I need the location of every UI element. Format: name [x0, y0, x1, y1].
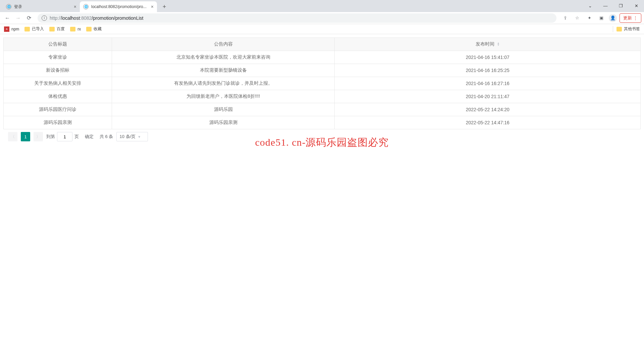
bookmark-label: 已导入 [32, 26, 44, 32]
address-bar[interactable]: i http://localhost:8082/promotion/promot… [38, 13, 556, 23]
tab-title: localhost:8082/promotion/pro... [91, 4, 148, 9]
cell-time: 2021-04-16 16:25:25 [335, 64, 641, 77]
cell-time: 2022-05-22 14:24:20 [335, 103, 641, 116]
cell-content: 北京知名专家坐诊本医院，欢迎大家前来咨询 [112, 51, 335, 64]
close-icon[interactable]: × [151, 4, 154, 9]
minimize-button[interactable]: — [598, 1, 613, 11]
cell-time: 2021-04-16 16:27:16 [335, 77, 641, 90]
close-button[interactable]: ✕ [629, 1, 644, 11]
folder-icon [616, 27, 622, 31]
col-content[interactable]: 公告内容 [112, 38, 335, 51]
next-page-button[interactable]: 〉 [34, 132, 43, 141]
bookmark-label: rx [77, 27, 81, 31]
chevron-down-icon[interactable]: ⌄ [582, 1, 598, 11]
cell-title: 体检优惠 [4, 90, 112, 103]
window-controls: ⌄ — ❐ ✕ [582, 1, 644, 11]
bookmark-label: 百度 [57, 26, 65, 32]
info-icon[interactable]: i [42, 15, 47, 21]
bookmark-label: npm [11, 27, 19, 31]
page-jump: 到第 页 [46, 132, 79, 141]
cell-title: 源码乐园亲测 [4, 116, 112, 129]
browser-tab-strip: 🌐 登录 × 🌐 localhost:8082/promotion/pro...… [0, 0, 644, 12]
chevron-down-icon: ▼ [138, 135, 141, 139]
table-row: 新设备招标本院需要新型肠镜设备2021-04-16 16:25:25 [4, 64, 641, 77]
cell-title: 关于发热病人相关安排 [4, 77, 112, 90]
page-number[interactable]: 1 [21, 132, 30, 141]
other-bookmarks-label: 其他书签 [624, 26, 640, 32]
folder-icon [86, 27, 92, 31]
prev-page-button[interactable]: 〈 [8, 132, 17, 141]
table-row: 源码乐园亲测源码乐园亲测2022-05-22 14:47:16 [4, 116, 641, 129]
sort-icon[interactable]: ▲▼ [497, 42, 500, 46]
page-input[interactable] [57, 132, 72, 141]
cell-time: 2021-04-16 15:41:07 [335, 51, 641, 64]
forward-button[interactable]: → [13, 13, 23, 23]
globe-icon: 🌐 [83, 4, 89, 9]
cell-content: 源码乐园亲测 [112, 116, 335, 129]
watermark-text: code51. cn-源码乐园盗图必究 [255, 136, 389, 147]
update-label: 更新 [623, 15, 632, 21]
npm-icon: n [4, 26, 9, 32]
cell-title: 源码乐园医疗问诊 [4, 103, 112, 116]
page-content: 公告标题 公告内容 发布时间 ▲▼ 专家坐诊北京知名专家坐诊本医院，欢迎大家前来… [0, 34, 644, 147]
url-text: http://localhost:8082/promotion/promotio… [50, 15, 143, 21]
bookmark-rx[interactable]: rx [70, 27, 81, 31]
table-row: 体检优惠为回馈新老用户，本医院体检8折!!!!2021-04-20 21:11:… [4, 90, 641, 103]
promotion-table: 公告标题 公告内容 发布时间 ▲▼ 专家坐诊北京知名专家坐诊本医院，欢迎大家前来… [3, 38, 641, 129]
per-page-label: 10 条/页 [119, 134, 136, 140]
cell-content: 源码乐园 [112, 103, 335, 116]
menu-dots-icon: ⋮ [633, 15, 638, 20]
browser-tab[interactable]: 🌐 登录 × [3, 1, 80, 12]
cell-content: 有发热病人请先到发热门诊就诊，并及时上报。 [112, 77, 335, 90]
per-page-select[interactable]: 10 条/页 ▼ [116, 132, 148, 141]
browser-nav-bar: ← → ⟳ i http://localhost:8082/promotion/… [0, 12, 644, 24]
cell-title: 新设备招标 [4, 64, 112, 77]
update-button[interactable]: 更新 ⋮ [620, 13, 641, 23]
bookmark-label: 收藏 [94, 26, 102, 32]
cell-content: 本院需要新型肠镜设备 [112, 64, 335, 77]
col-title[interactable]: 公告标题 [4, 38, 112, 51]
share-icon[interactable]: ⇪ [560, 13, 570, 23]
reload-button[interactable]: ⟳ [24, 13, 34, 23]
bookmark-imported[interactable]: 已导入 [24, 26, 44, 32]
bookmark-favorites[interactable]: 收藏 [86, 26, 102, 32]
table-header-row: 公告标题 公告内容 发布时间 ▲▼ [4, 38, 641, 51]
cell-content: 为回馈新老用户，本医院体检8折!!!! [112, 90, 335, 103]
cell-time: 2022-05-22 14:47:16 [335, 116, 641, 129]
folder-icon [49, 27, 55, 31]
bookmark-npm[interactable]: n npm [4, 26, 19, 32]
bookmark-baidu[interactable]: 百度 [49, 26, 65, 32]
confirm-button[interactable]: 确定 [82, 132, 96, 141]
bookmarks-bar: n npm 已导入 百度 rx 收藏 其他书签 [0, 24, 644, 34]
cell-title: 专家坐诊 [4, 51, 112, 64]
folder-icon [24, 27, 30, 31]
other-bookmarks[interactable]: 其他书签 [611, 26, 640, 32]
globe-icon: 🌐 [6, 4, 11, 9]
star-icon[interactable]: ☆ [573, 13, 582, 23]
profile-icon[interactable]: 👤 [609, 14, 617, 22]
table-row: 源码乐园医疗问诊源码乐园2022-05-22 14:24:20 [4, 103, 641, 116]
nav-right-controls: ⇪ ☆ ✦ ▣ 👤 更新 ⋮ [560, 13, 641, 23]
folder-icon [70, 27, 75, 31]
col-time[interactable]: 发布时间 ▲▼ [335, 38, 641, 51]
cell-time: 2021-04-20 21:11:47 [335, 90, 641, 103]
sidepanel-icon[interactable]: ▣ [597, 13, 606, 23]
goto-suffix: 页 [74, 134, 79, 140]
tab-title: 登录 [14, 4, 71, 10]
separator [613, 26, 613, 32]
table-row: 专家坐诊北京知名专家坐诊本医院，欢迎大家前来咨询2021-04-16 15:41… [4, 51, 641, 64]
table-row: 关于发热病人相关安排有发热病人请先到发热门诊就诊，并及时上报。2021-04-1… [4, 77, 641, 90]
new-tab-button[interactable]: + [160, 2, 169, 11]
browser-tab-active[interactable]: 🌐 localhost:8082/promotion/pro... × [80, 1, 157, 12]
total-count: 共 6 条 [100, 134, 113, 140]
extensions-icon[interactable]: ✦ [585, 13, 594, 23]
close-icon[interactable]: × [74, 4, 76, 9]
maximize-button[interactable]: ❐ [613, 1, 629, 11]
goto-prefix: 到第 [46, 134, 55, 140]
back-button[interactable]: ← [3, 13, 12, 23]
